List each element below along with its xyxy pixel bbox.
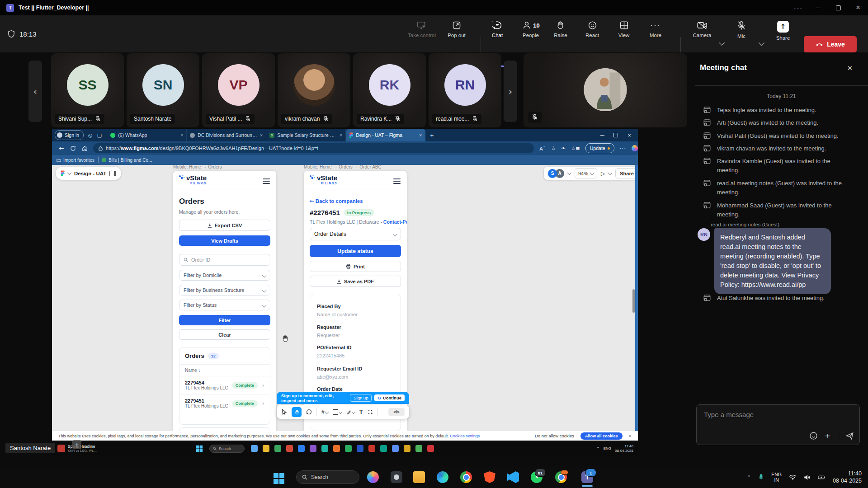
presenter-clock[interactable]: 11:4008-04-2025	[615, 444, 633, 453]
google-continue-button[interactable]: G Continue	[374, 394, 405, 401]
order-details-dropdown[interactable]: Order Details	[310, 228, 401, 240]
participant-tile[interactable]: SN Santosh Narate	[127, 53, 199, 127]
camera-button[interactable]: Camera	[686, 21, 718, 38]
back-to-companies-link[interactable]: ← Back to companies	[310, 198, 363, 204]
brave-icon[interactable]	[484, 471, 495, 483]
filter-business-dropdown[interactable]: Filter by Business Structure	[179, 285, 270, 296]
vscode-icon[interactable]	[507, 471, 519, 483]
tab-actions-icon[interactable]: ▢	[97, 132, 102, 138]
taskbar-clock[interactable]: 11:4008-04-2025	[833, 470, 862, 484]
browser-signin-button[interactable]: Sign in	[55, 130, 84, 140]
view-drafts-button[interactable]: View Drafts	[179, 235, 270, 246]
presenter-taskbar-app-icon[interactable]	[333, 445, 340, 452]
titlebar-more-icon[interactable]: ···	[788, 0, 808, 15]
mic-button[interactable]: Mic	[726, 21, 757, 39]
view-button[interactable]: View	[608, 21, 640, 38]
browser-maximize-button[interactable]	[609, 129, 623, 141]
presenter-taskbar-app-icon[interactable]	[415, 445, 422, 452]
spotlight-tile[interactable]	[524, 53, 687, 127]
present-icon[interactable]: ▷	[601, 170, 605, 177]
browser-tab-dc-divisions[interactable]: DC Divisions and Surroundings×	[187, 129, 266, 141]
presenter-taskbar-app-icon[interactable]	[286, 445, 293, 452]
zoom-control[interactable]: 94%	[575, 168, 597, 178]
order-row[interactable]: 2279451 TL Flex Holdings LLC Complete ›	[179, 394, 270, 412]
pen-tool[interactable]	[346, 409, 355, 414]
frame-label-orders[interactable]: Mobile: Home → Orders	[173, 165, 222, 169]
import-favorites-link[interactable]: Import favorites	[57, 158, 94, 163]
send-icon[interactable]	[845, 432, 854, 440]
resources-tool-icon[interactable]	[368, 409, 373, 415]
print-button[interactable]: Print	[310, 261, 401, 272]
language-indicator[interactable]: ENGIN	[771, 472, 782, 483]
participant-tile[interactable]: RK Ravindra K...	[353, 53, 426, 127]
order-id-search-input[interactable]: Order ID	[179, 254, 270, 266]
collaborators-chevron-icon[interactable]	[567, 171, 572, 175]
presenter-taskbar-app-icon[interactable]	[251, 445, 258, 452]
presenter-taskbar-app-icon[interactable]	[263, 445, 269, 452]
frame-label-order-abc[interactable]: Mobile: Home → Orders → Order ABC	[304, 165, 382, 169]
extensions-icon[interactable]: ❧	[561, 145, 566, 151]
raise-hand-button[interactable]: Raise	[545, 21, 576, 38]
export-csv-button[interactable]: Export CSV	[179, 220, 270, 231]
presenter-language[interactable]: ENG	[604, 446, 611, 450]
presenter-start-button[interactable]	[196, 445, 203, 451]
presenter-taskbar-app-icon[interactable]	[404, 445, 410, 452]
filter-status-dropdown[interactable]: Filter by Status	[179, 300, 270, 310]
new-tab-button[interactable]: +	[430, 131, 434, 139]
mic-options-chevron-icon[interactable]	[759, 40, 764, 46]
text-tool-icon[interactable]: T	[359, 408, 363, 415]
presenter-taskbar-app-icon[interactable]	[310, 445, 316, 452]
presenter-taskbar-app-icon[interactable]	[321, 445, 328, 452]
favorites-bar-icon[interactable]: ☆≡	[571, 145, 580, 151]
taskbar-search-box[interactable]: Search	[296, 470, 359, 484]
figma-signup-button[interactable]: Sign up	[350, 394, 372, 402]
more-button[interactable]: ··· More	[640, 21, 671, 38]
address-bar[interactable]: https://www.figma.com/design/9BKQ0FOHRWa…	[93, 143, 534, 153]
browser-update-button[interactable]: Update	[585, 143, 614, 153]
filter-button[interactable]: Filter	[179, 315, 270, 325]
copilot-icon[interactable]	[632, 145, 638, 151]
collaborator-avatar[interactable]: S	[548, 169, 557, 178]
edge-icon[interactable]	[437, 471, 448, 483]
filmstrip-next-button[interactable]: ›	[504, 61, 517, 122]
share-screen-button[interactable]: ↑ Share	[767, 21, 799, 41]
present-chevron-icon[interactable]	[608, 171, 613, 175]
shape-tool[interactable]	[333, 409, 342, 415]
copilot-icon[interactable]	[367, 471, 379, 483]
presenter-taskbar-app-icon[interactable]	[345, 445, 352, 452]
browser-menu-icon[interactable]: ···	[620, 145, 627, 151]
save-as-pdf-button[interactable]: Save as PDF	[310, 276, 401, 287]
browser-minimize-button[interactable]	[595, 129, 609, 141]
tab-close-icon[interactable]: ×	[180, 133, 183, 138]
frame-tool[interactable]: #	[321, 409, 328, 415]
presenter-search-box[interactable]: Search	[209, 445, 245, 453]
tray-chevron-icon[interactable]: ⌃	[747, 474, 751, 480]
file-explorer-icon[interactable]	[413, 471, 425, 483]
leave-button[interactable]: Leave	[804, 36, 857, 52]
figma-share-button[interactable]: Share	[615, 168, 638, 178]
tray-chevron-icon[interactable]: ⌃	[596, 446, 600, 451]
hamburger-menu-icon[interactable]	[393, 177, 401, 185]
browser-tab-figma-active[interactable]: Design - UAT – Figma×	[346, 129, 425, 141]
move-tool-icon[interactable]	[281, 409, 287, 415]
cookie-settings-link[interactable]: Cookies settings	[450, 434, 480, 438]
presenter-taskbar-app-icon[interactable]	[427, 445, 434, 452]
favorite-bills-link[interactable]: Bills | Billing and Co...	[102, 158, 152, 163]
participant-tile[interactable]: RN read.ai mee...	[429, 53, 501, 127]
presenter-taskbar-app-icon[interactable]	[357, 445, 363, 452]
figma-canvas[interactable]: Design - UAT Mobile: Home → Orders Mobil…	[52, 165, 638, 431]
volume-icon[interactable]	[804, 474, 811, 480]
browser-scrollbar[interactable]	[635, 165, 638, 431]
whatsapp-icon[interactable]: 81	[531, 471, 542, 483]
pop-out-button[interactable]: Pop out	[441, 21, 472, 38]
deny-cookies-button[interactable]: Do not allow cookies	[535, 433, 574, 438]
filter-domicile-dropdown[interactable]: Filter by Domicile	[179, 270, 270, 281]
react-button[interactable]: React	[576, 21, 608, 38]
chat-button[interactable]: Chat	[481, 21, 513, 38]
favorite-star-icon[interactable]: ☆	[551, 145, 556, 151]
figma-frame-orders[interactable]: vStateFILINGS Orders Manage all your ord…	[173, 171, 276, 431]
refresh-icon[interactable]	[67, 145, 79, 151]
app-icon[interactable]	[391, 471, 402, 483]
hamburger-menu-icon[interactable]	[263, 177, 270, 185]
close-button[interactable]: ×	[848, 0, 868, 15]
